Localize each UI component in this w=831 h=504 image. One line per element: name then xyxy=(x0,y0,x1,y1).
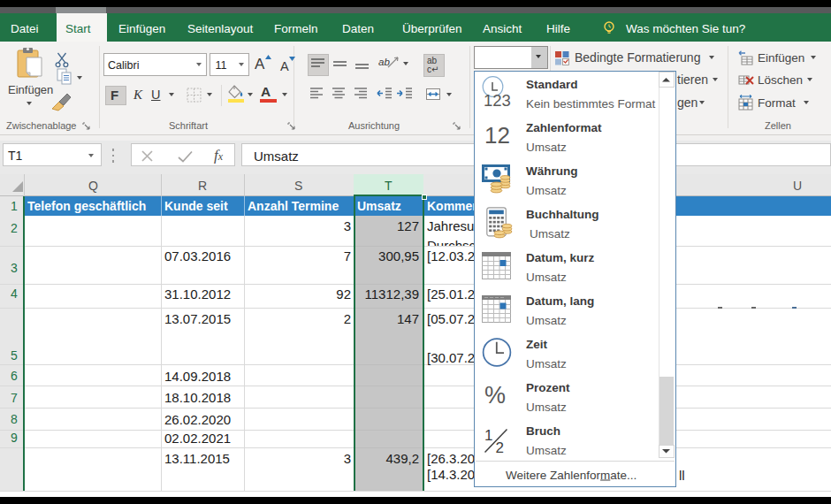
svg-text:1: 1 xyxy=(484,427,492,444)
svg-text:2: 2 xyxy=(496,439,504,456)
